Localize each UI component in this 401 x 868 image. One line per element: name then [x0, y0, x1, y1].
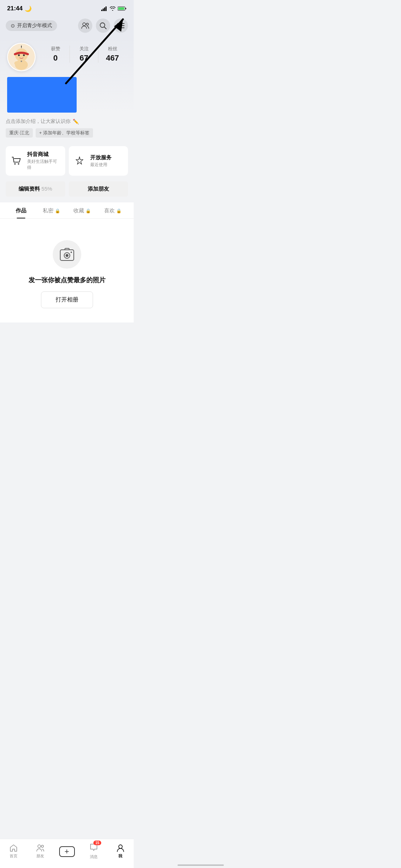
profile-top: 获赞 0 关注 67 粉丝 467 [7, 43, 127, 71]
service-card-shop[interactable]: 抖音商城 美好生活触手可得 [6, 146, 65, 176]
tab-works-label: 作品 [16, 207, 26, 214]
svg-point-22 [21, 61, 22, 62]
edit-profile-percent: 55% [41, 186, 52, 192]
favorites-lock-icon: 🔒 [86, 208, 91, 213]
edit-profile-label: 编辑资料 [19, 186, 40, 192]
stat-following[interactable]: 关注 67 [70, 46, 98, 63]
open-service-icon [73, 155, 86, 167]
bio-section: 点击添加介绍，让大家认识你 ✏️ 重庆·江北 + 添加年龄、学校等标签 [0, 118, 134, 142]
shop-icon [10, 155, 23, 167]
svg-point-28 [71, 252, 72, 253]
bio-edit-icon: ✏️ [73, 119, 79, 124]
open-service-title: 开放服务 [90, 154, 112, 161]
tab-private-label: 私密 [43, 207, 53, 214]
tab-likes-label: 喜欢 [104, 207, 115, 214]
bio-text[interactable]: 点击添加介绍，让大家认识你 ✏️ [6, 118, 128, 125]
service-cards: 抖音商城 美好生活触手可得 开放服务 最近使用 [0, 142, 134, 180]
avatar-image [8, 43, 35, 71]
youth-mode-label: 开启青少年模式 [17, 22, 52, 29]
shop-subtitle: 美好生活触手可得 [27, 159, 61, 171]
stats-area: 获赞 0 关注 67 粉丝 467 [41, 43, 127, 63]
moon-icon: 🌙 [25, 5, 32, 12]
open-service-text: 开放服务 最近使用 [90, 154, 112, 168]
menu-icon [117, 23, 124, 29]
menu-button[interactable] [114, 19, 128, 33]
svg-point-24 [18, 163, 19, 165]
youth-mode-button[interactable]: ⊙ 开启青少年模式 [6, 20, 57, 31]
stat-followers-value: 467 [98, 53, 127, 63]
svg-rect-1 [103, 9, 104, 11]
svg-rect-3 [106, 6, 107, 11]
svg-point-18 [15, 48, 28, 61]
top-nav: ⊙ 开启青少年模式 [0, 15, 134, 37]
status-time: 21:44 [7, 5, 22, 12]
private-lock-icon: 🔒 [55, 208, 60, 213]
service-card-open[interactable]: 开放服务 最近使用 [69, 146, 128, 176]
edit-profile-button[interactable]: 编辑资料 55% [6, 181, 65, 197]
likes-lock-icon: 🔒 [116, 208, 122, 213]
bio-text-content: 点击添加介绍，让大家认识你 [6, 118, 71, 125]
status-icons [101, 6, 127, 11]
add-friend-label: 添加朋友 [88, 186, 109, 192]
svg-rect-2 [104, 7, 105, 11]
svg-line-10 [104, 27, 107, 29]
stat-likes-label: 获赞 [41, 46, 70, 52]
shop-title: 抖音商城 [27, 151, 61, 158]
stat-followers[interactable]: 粉丝 467 [98, 46, 127, 63]
search-icon [99, 22, 107, 29]
add-tag-button[interactable]: + 添加年龄、学校等标签 [36, 128, 93, 138]
empty-state-title: 发一张你被点赞最多的照片 [29, 276, 106, 284]
tab-favorites-label: 收藏 [73, 207, 84, 214]
open-album-button[interactable]: 打开相册 [41, 291, 93, 308]
svg-rect-6 [118, 7, 124, 10]
friends-icon [81, 22, 89, 29]
svg-point-19 [18, 55, 20, 56]
youth-mode-icon: ⊙ [11, 23, 15, 29]
tab-private[interactable]: 私密 🔒 [36, 202, 67, 218]
location-tag: 重庆·江北 [6, 128, 33, 138]
svg-point-20 [23, 55, 25, 56]
stat-likes[interactable]: 获赞 0 [41, 46, 70, 63]
avatar[interactable] [7, 43, 36, 71]
search-button[interactable] [96, 19, 110, 33]
battery-icon [118, 6, 127, 11]
photo-icon [60, 248, 74, 261]
add-friend-button[interactable]: 添加朋友 [69, 181, 128, 197]
svg-point-27 [66, 254, 68, 257]
photo-icon-container [53, 240, 81, 269]
tab-works[interactable]: 作品 [6, 202, 36, 218]
svg-point-8 [86, 23, 88, 25]
nav-right-icons [78, 19, 128, 33]
content-area: 发一张你被点赞最多的照片 打开相册 [0, 219, 134, 322]
action-buttons: 编辑资料 55% 添加朋友 [0, 180, 134, 202]
svg-point-7 [83, 23, 86, 26]
open-service-subtitle: 最近使用 [90, 162, 112, 168]
stat-following-label: 关注 [70, 46, 98, 52]
svg-rect-0 [101, 10, 102, 11]
content-tabs: 作品 私密 🔒 收藏 🔒 喜欢 🔒 [0, 202, 134, 219]
svg-point-23 [14, 163, 16, 165]
profile-header: 获赞 0 关注 67 粉丝 467 [0, 37, 134, 113]
status-bar: 21:44 🌙 [0, 0, 134, 15]
tab-likes[interactable]: 喜欢 🔒 [97, 202, 128, 218]
shop-service-text: 抖音商城 美好生活触手可得 [27, 151, 61, 171]
blue-banner [7, 77, 77, 113]
friends-button[interactable] [78, 19, 92, 33]
wifi-icon [110, 6, 115, 11]
svg-rect-5 [125, 8, 126, 9]
stat-likes-value: 0 [41, 53, 70, 63]
bottom-spacer [0, 322, 134, 351]
signal-icon [101, 6, 108, 11]
tags-row: 重庆·江北 + 添加年龄、学校等标签 [6, 128, 128, 138]
stat-following-value: 67 [70, 53, 98, 63]
tab-favorites[interactable]: 收藏 🔒 [67, 202, 98, 218]
stat-followers-label: 粉丝 [98, 46, 127, 52]
